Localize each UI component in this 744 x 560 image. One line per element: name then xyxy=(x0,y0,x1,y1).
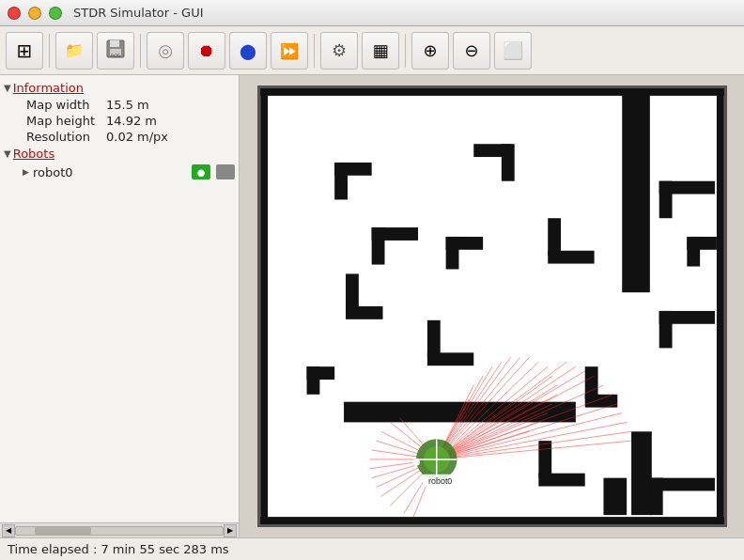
map-area[interactable]: robot0 xyxy=(240,75,744,537)
robot0-row: ▶ robot0 xyxy=(0,163,239,181)
toolbar-separator-4 xyxy=(405,34,406,68)
map-width-row: Map width 15.5 m xyxy=(0,97,239,113)
record-icon xyxy=(198,40,215,60)
svg-rect-23 xyxy=(426,352,473,366)
tree-area: ▼ Information Map width 15.5 m Map heigh… xyxy=(0,75,239,522)
svg-text:robot0: robot0 xyxy=(428,476,452,486)
main-area: ▼ Information Map width 15.5 m Map heigh… xyxy=(0,75,744,537)
svg-rect-83 xyxy=(346,306,382,319)
fit-button[interactable] xyxy=(494,32,532,70)
svg-rect-85 xyxy=(445,237,482,250)
svg-text:ROS: ROS xyxy=(111,53,121,58)
titlebar: STDR Simulator - GUI xyxy=(0,0,744,26)
information-label[interactable]: Information xyxy=(13,81,84,95)
record-button[interactable] xyxy=(188,32,225,70)
laser-button[interactable] xyxy=(147,32,184,70)
open-icon: 📁 xyxy=(65,41,84,59)
toolbar-separator-2 xyxy=(140,34,141,68)
svg-rect-21 xyxy=(548,251,594,264)
map-height-label: Map height xyxy=(26,114,106,128)
toolbar-separator-3 xyxy=(314,34,315,68)
zoomin-button[interactable] xyxy=(411,32,449,70)
svg-rect-17 xyxy=(659,181,672,218)
blue-button[interactable] xyxy=(229,32,267,70)
svg-rect-1 xyxy=(110,40,119,47)
svg-rect-22 xyxy=(426,320,440,357)
svg-rect-29 xyxy=(649,478,662,515)
save-icon: ROS xyxy=(105,39,126,63)
resolution-value: 0.02 m/px xyxy=(106,130,168,144)
svg-rect-9 xyxy=(622,88,650,292)
toolbar: 📁 ROS xyxy=(0,26,744,75)
close-button[interactable] xyxy=(8,7,21,20)
svg-rect-87 xyxy=(687,237,700,267)
map-svg: robot0 xyxy=(260,88,724,524)
svg-rect-7 xyxy=(260,88,268,524)
map-height-value: 14.92 m xyxy=(106,114,157,128)
statusbar: Time elapsed : 7 min 55 sec 283 ms xyxy=(0,537,744,560)
svg-rect-88 xyxy=(603,478,627,515)
resolution-row: Resolution 0.02 m/px xyxy=(0,129,239,145)
robots-section-header[interactable]: ▼ Robots xyxy=(0,145,239,163)
fit-icon xyxy=(503,40,523,60)
scroll-left-arrow[interactable]: ◀ xyxy=(2,524,15,537)
information-triangle: ▼ xyxy=(4,83,11,93)
svg-rect-82 xyxy=(346,273,359,310)
save-button[interactable]: ROS xyxy=(97,32,134,70)
robots-triangle: ▼ xyxy=(4,148,11,159)
laser-icon xyxy=(158,40,173,60)
zoomin-icon xyxy=(423,40,437,60)
play-icon xyxy=(280,40,299,60)
svg-rect-11 xyxy=(631,431,652,515)
svg-rect-6 xyxy=(260,517,724,524)
robot0-visibility-button[interactable] xyxy=(192,164,210,179)
window-title: STDR Simulator - GUI xyxy=(73,6,204,20)
status-text: Time elapsed : 7 min 55 sec 283 ms xyxy=(8,542,229,556)
table-icon xyxy=(372,40,388,60)
svg-rect-25 xyxy=(659,311,672,348)
map-width-value: 15.5 m xyxy=(106,98,149,112)
svg-rect-15 xyxy=(501,144,514,180)
resolution-label: Resolution xyxy=(26,130,106,144)
robot0-extra-button[interactable] xyxy=(216,164,235,179)
svg-point-79 xyxy=(412,459,420,466)
robot0-triangle: ▶ xyxy=(23,167,29,177)
svg-rect-13 xyxy=(334,163,348,199)
play-button[interactable] xyxy=(271,32,308,70)
grid-button[interactable] xyxy=(6,32,43,70)
gear-button[interactable] xyxy=(320,32,358,70)
svg-rect-8 xyxy=(716,88,723,524)
gear-icon xyxy=(332,40,347,60)
scroll-track[interactable] xyxy=(15,526,224,536)
svg-rect-5 xyxy=(260,88,724,96)
information-section-header[interactable]: ▼ Information xyxy=(0,79,239,97)
svg-rect-19 xyxy=(371,227,384,264)
toolbar-separator-1 xyxy=(49,34,50,68)
minimize-button[interactable] xyxy=(28,7,41,20)
svg-rect-10 xyxy=(344,402,576,423)
map-height-row: Map height 14.92 m xyxy=(0,113,239,129)
blue-icon xyxy=(240,40,256,60)
svg-rect-27 xyxy=(538,474,584,487)
maximize-button[interactable] xyxy=(49,7,62,20)
svg-rect-20 xyxy=(548,218,561,255)
scroll-right-arrow[interactable]: ▶ xyxy=(224,524,237,537)
open-button[interactable]: 📁 xyxy=(55,32,93,70)
scroll-thumb[interactable] xyxy=(35,527,91,535)
left-scrollbar[interactable]: ◀ ▶ xyxy=(0,522,239,537)
svg-rect-31 xyxy=(306,366,319,395)
grid-icon xyxy=(17,39,33,62)
robot0-label: robot0 xyxy=(33,165,73,179)
zoomout-icon xyxy=(464,40,478,60)
map-width-label: Map width xyxy=(26,98,106,112)
left-panel: ▼ Information Map width 15.5 m Map heigh… xyxy=(0,75,240,537)
svg-rect-26 xyxy=(538,441,551,477)
table-button[interactable] xyxy=(362,32,399,70)
robots-label[interactable]: Robots xyxy=(13,147,54,161)
map-canvas[interactable]: robot0 xyxy=(257,86,727,527)
zoomout-button[interactable] xyxy=(453,32,490,70)
svg-rect-32 xyxy=(584,366,597,399)
